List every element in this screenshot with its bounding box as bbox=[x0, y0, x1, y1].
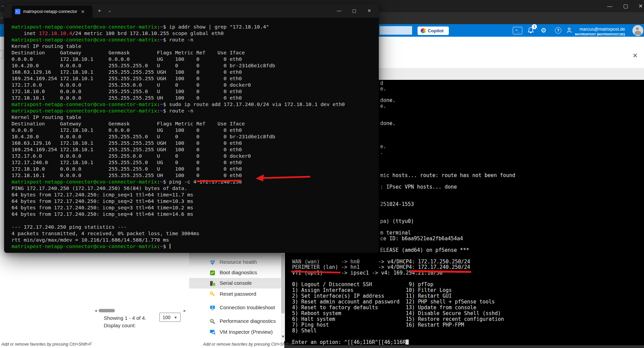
tab-dropdown-icon[interactable]: ⌄ bbox=[108, 8, 111, 13]
sidebar-item-serial-console[interactable]: >_Serial console bbox=[189, 278, 281, 289]
serial-console-line bbox=[380, 213, 515, 219]
terminal-line: 168.63.129.16 172.18.10.1 255.255.255.25… bbox=[12, 140, 345, 146]
terminal-line: Kernel IP routing table bbox=[12, 43, 345, 49]
azure-profile-avatar[interactable] bbox=[632, 25, 643, 36]
serial-console-line: . bbox=[380, 150, 515, 155]
serial-console-line bbox=[289, 334, 504, 340]
console-cursor bbox=[406, 340, 409, 345]
serial-console-line bbox=[380, 109, 515, 115]
serial-console-line bbox=[380, 196, 515, 202]
terminal-tab[interactable]: >_ matrixpost-netapp-connector ✕ bbox=[12, 5, 92, 18]
terminal-line: matrixpost-netapp-connector@cvo-connecto… bbox=[12, 101, 345, 107]
sidebar-item-label: Boot diagnostics bbox=[220, 269, 278, 276]
terminal-line: 0.0.0.0 172.18.10.1 0.0.0.0 UG 100 0 0 e… bbox=[12, 56, 345, 62]
sidebar-item-label: Connection troubleshoot bbox=[220, 304, 278, 311]
settings-gear-icon[interactable]: ⚙ bbox=[541, 27, 546, 34]
terminal-line: 168.63.129.16 172.18.10.1 255.255.255.25… bbox=[12, 69, 345, 75]
serial-console-line: 6) Halt system 15) Restore recent config… bbox=[289, 316, 504, 322]
browser-restore-button[interactable]: ▢ bbox=[619, 0, 632, 12]
serial-console-line: 251024-1553 bbox=[380, 202, 515, 207]
serial-console-line bbox=[380, 224, 515, 230]
chevron-down-icon: ▼ bbox=[174, 315, 177, 319]
azure-search-input[interactable] bbox=[379, 26, 412, 35]
new-tab-button[interactable]: + bbox=[98, 7, 101, 13]
terminal-close-button[interactable]: ✕ bbox=[362, 5, 377, 17]
terminal-line: Destination Gateway Genmask Flags Metric… bbox=[12, 49, 345, 56]
back-button-icon[interactable]: ‹ bbox=[1, 15, 2, 20]
terminal-line: 10.4.20.0 0.0.0.0 255.255.255.0 U 0 0 0 … bbox=[12, 133, 345, 140]
terminal-line: 172.18.10.1 0.0.0.0 255.255.255.255 UH 1… bbox=[12, 94, 345, 101]
left-edge-element bbox=[0, 50, 3, 58]
vm-menu-panel: Resource healthBoot diagnostics>_Serial … bbox=[189, 253, 281, 348]
copilot-button[interactable]: Copilot bbox=[418, 27, 449, 35]
serial-console-line: : IPsec VPN hosts... done bbox=[380, 184, 515, 190]
serial-console-line: 4) Reset to factory defaults 13) Update … bbox=[289, 305, 504, 311]
serial-console-line bbox=[380, 138, 515, 144]
sidebar-item-boot-diagnostics[interactable]: Boot diagnostics bbox=[189, 267, 281, 278]
terminal-tab-title: matrixpost-netapp-connector bbox=[23, 9, 78, 14]
terminal-line: 4 packets transmitted, 4 received, 0% pa… bbox=[12, 230, 345, 237]
sidebar-scroll-down-icon[interactable]: ▼ bbox=[281, 334, 285, 338]
serial-console-bottom-strip bbox=[284, 345, 644, 348]
serial-console-line bbox=[380, 115, 515, 121]
sidebar-item-performance-diagnostics[interactable]: Performance diagnostics bbox=[189, 316, 281, 327]
terminal-line: 172.17.240.0 172.18.10.1 255.255.255.0 U… bbox=[12, 159, 345, 166]
sidebar-item-label: Serial console bbox=[220, 280, 278, 286]
terminal-line: 64 bytes from 172.17.240.250: icmp_seq=3… bbox=[12, 204, 345, 211]
terminal-minimize-button[interactable]: — bbox=[332, 5, 346, 17]
terminal-shadow-gradient bbox=[189, 253, 281, 266]
serial-console-icon: >_ bbox=[209, 280, 216, 286]
serial-console-line: done. bbox=[380, 98, 515, 103]
display-count-value: 100 bbox=[163, 315, 170, 320]
display-count-dropdown[interactable]: 100 ▼ bbox=[159, 313, 181, 322]
hscroll-thumb[interactable] bbox=[99, 309, 115, 312]
notification-count-badge: 1 bbox=[532, 24, 537, 29]
browser-close-button[interactable]: ✕ bbox=[634, 0, 644, 12]
terminal-line: rtt min/avg/max/mdev = 10.216/11.686/14.… bbox=[12, 237, 345, 243]
serial-console-line bbox=[380, 92, 515, 98]
terminal-line: Destination Gateway Genmask Flags Metric… bbox=[12, 120, 345, 127]
sidebar-item-reset-password[interactable]: Reset password bbox=[189, 289, 281, 299]
terminal-window[interactable]: >_ matrixpost-netapp-connector ✕ + ⌄ — ▢… bbox=[4, 4, 379, 253]
terminal-cursor bbox=[170, 244, 170, 249]
serial-console-output-fragments: de. done.e. done. e.. mic hosts... route… bbox=[380, 81, 515, 254]
browser-minimize-button[interactable]: — bbox=[603, 0, 616, 12]
sidebar-item-label: VM Inspector (Preview) bbox=[220, 329, 278, 335]
sidebar-item-vm-inspector-preview-[interactable]: VM Inspector (Preview) bbox=[189, 327, 281, 337]
powershell-icon: >_ bbox=[15, 9, 20, 14]
serial-console-line: ELEASE (amd64) on pfSense *** bbox=[380, 247, 515, 253]
performance-diagnostics-icon bbox=[209, 318, 216, 325]
hscroll-left-arrow-icon[interactable]: ◄ bbox=[94, 309, 98, 313]
left-panel-favorites-hint: Add or remove favorites by pressing Ctrl… bbox=[1, 342, 92, 347]
terminal-line: 10.4.20.0 0.0.0.0 255.255.255.0 U 0 0 0 … bbox=[12, 62, 345, 69]
cloud-shell-icon[interactable]: >_ bbox=[513, 27, 522, 34]
serial-console-line: e. bbox=[380, 86, 515, 92]
serial-console-line: PERIMETER (lan) -> hn1 -> v4/DHCP4: 172.… bbox=[289, 264, 504, 270]
hscroll-right-arrow-icon[interactable]: ► bbox=[183, 309, 187, 313]
tab-close-icon[interactable]: ✕ bbox=[81, 9, 85, 14]
sidebar-item-connection-troubleshoot[interactable]: Connection troubleshoot bbox=[189, 299, 281, 316]
terminal-line: Kernel IP routing table bbox=[12, 114, 345, 120]
panel-close-icon[interactable]: ✕ bbox=[632, 52, 638, 59]
serial-console-line: e. bbox=[380, 103, 515, 109]
serial-console-line: 0) Logout / Disconnect SSH 9) pfTop bbox=[289, 282, 504, 288]
terminal-line: matrixpost-netapp-connector@cvo-connecto… bbox=[12, 23, 345, 30]
account-info[interactable]: marcus@matrixpost.de MATRIXPOST (MATRIXP… bbox=[558, 27, 625, 36]
serial-console-line bbox=[380, 207, 515, 213]
serial-console-line bbox=[380, 190, 515, 196]
copilot-icon bbox=[421, 28, 426, 33]
serial-console-line: 5) Reboot system 14) Disable Secure Shel… bbox=[289, 311, 504, 316]
serial-console-line bbox=[380, 161, 515, 167]
terminal-line: 169.254.169.254 172.18.10.1 255.255.255.… bbox=[12, 146, 345, 153]
terminal-maximize-button[interactable]: ▢ bbox=[347, 5, 362, 17]
terminal-line: 172.18.10.0 0.0.0.0 255.255.255.0 U 100 … bbox=[12, 166, 345, 172]
terminal-line bbox=[12, 217, 345, 224]
terminal-line: matrixpost-netapp-connector@cvo-connecto… bbox=[12, 107, 345, 114]
sidebar-scrollbar-thumb[interactable] bbox=[281, 254, 285, 314]
serial-console-line: e. bbox=[380, 144, 515, 150]
terminal-line: 0.0.0.0 172.18.10.1 0.0.0.0 UG 100 0 0 e… bbox=[12, 127, 345, 133]
terminal-output[interactable]: matrixpost-netapp-connector@cvo-connecto… bbox=[12, 23, 345, 249]
serial-console-line bbox=[380, 242, 515, 247]
serial-console-line: Enter an option: ^[[46;116R^[[46;116R bbox=[289, 340, 504, 345]
terminal-title-bar[interactable]: >_ matrixpost-netapp-connector ✕ + ⌄ — ▢… bbox=[4, 4, 379, 18]
